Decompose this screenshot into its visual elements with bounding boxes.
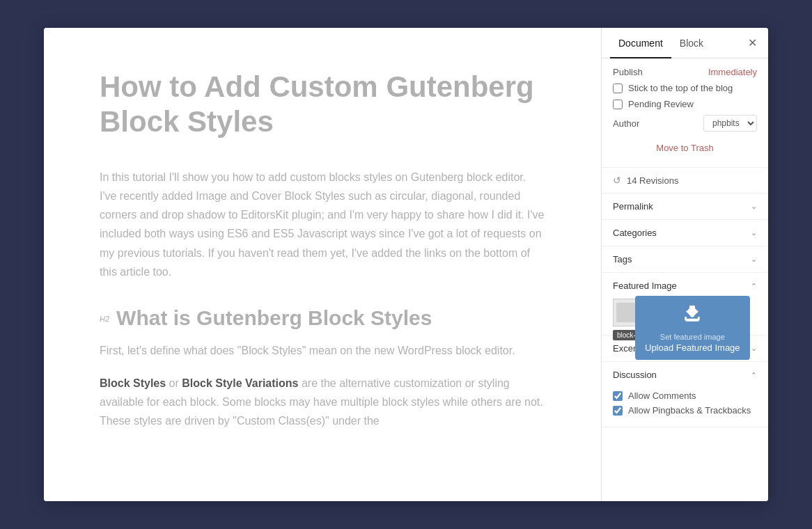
editor-main: How to Add Custom Gutenberg Block Styles… [44, 28, 601, 501]
h2-block: H2 What is Gutenberg Block Styles [100, 306, 545, 330]
discussion-body: Allow Comments Allow Pingbacks & Trackba… [602, 388, 768, 427]
bold-block-style-variations: Block Style Variations [182, 377, 298, 389]
publish-row: Publish Immediately [613, 67, 757, 77]
permalink-section: Permalink ⌄ [602, 194, 768, 220]
editor-sidebar: Document Block ✕ Publish Immediately Sti… [601, 28, 768, 501]
discussion-section: Discussion ⌄ Allow Comments Allow Pingba… [602, 362, 768, 427]
pending-label: Pending Review [628, 99, 694, 109]
allow-comments-row: Allow Comments [613, 390, 757, 401]
permalink-arrow-icon: ⌄ [751, 202, 757, 211]
revisions-label: 14 Revisions [627, 175, 678, 186]
pending-checkbox-row: Pending Review [613, 99, 757, 109]
editor-container: How to Add Custom Gutenberg Block Styles… [44, 28, 768, 501]
sticky-checkbox-row: Stick to the top of the blog [613, 83, 757, 93]
sticky-checkbox[interactable] [613, 84, 623, 93]
tab-block[interactable]: Block [671, 28, 712, 58]
featured-image-title: Featured Image [613, 281, 677, 291]
upload-icon [681, 303, 703, 330]
post-body-2[interactable]: First, let's define what does "Block Sty… [100, 341, 545, 360]
post-body-3[interactable]: Block Styles or Block Style Variations a… [100, 374, 545, 431]
close-icon[interactable]: ✕ [745, 33, 760, 52]
tags-section: Tags ⌄ [602, 246, 768, 273]
featured-image-body: Set featured image Upload Featured Image… [602, 299, 768, 335]
tab-document[interactable]: Document [610, 28, 671, 58]
revisions-row: ↺ 14 Revisions [602, 168, 768, 194]
tags-arrow-icon: ⌄ [751, 255, 757, 264]
featured-image-section: Featured Image ⌄ Set [602, 273, 768, 335]
publish-label: Publish [613, 67, 643, 77]
allow-pingbacks-label: Allow Pingbacks & Trackbacks [628, 405, 751, 416]
pending-checkbox[interactable] [613, 100, 623, 109]
allow-pingbacks-checkbox[interactable] [613, 406, 623, 416]
h2-heading[interactable]: What is Gutenberg Block Styles [116, 306, 432, 330]
allow-comments-label: Allow Comments [628, 390, 696, 401]
post-body-paragraph[interactable]: In this tutorial I'll show you how to ad… [100, 168, 545, 281]
author-select[interactable]: phpbits [703, 115, 757, 132]
publish-value[interactable]: Immediately [708, 67, 757, 77]
author-row: Author phpbits [613, 115, 757, 132]
categories-section: Categories ⌄ [602, 220, 768, 246]
featured-image-arrow-icon: ⌄ [751, 281, 757, 290]
permalink-header[interactable]: Permalink ⌄ [602, 194, 768, 219]
allow-comments-checkbox[interactable] [613, 391, 623, 401]
set-featured-text: Set featured image [660, 333, 725, 341]
post-title[interactable]: How to Add Custom Gutenberg Block Styles [100, 70, 545, 140]
featured-image-overlay[interactable]: Set featured image Upload Featured Image [635, 296, 750, 360]
h2-label: H2 [100, 315, 109, 323]
sticky-label: Stick to the top of the blog [628, 83, 733, 93]
author-label: Author [613, 118, 639, 129]
revisions-icon: ↺ [613, 175, 621, 186]
move-to-trash-button[interactable]: Move to Trash [613, 137, 757, 159]
discussion-header[interactable]: Discussion ⌄ [602, 362, 768, 388]
publish-section: Publish Immediately Stick to the top of … [602, 58, 768, 168]
tags-title: Tags [613, 254, 632, 264]
bold-block-styles: Block Styles [100, 377, 166, 389]
featured-image-header[interactable]: Featured Image ⌄ [602, 273, 768, 299]
sidebar-tabs: Document Block ✕ [602, 28, 768, 58]
excerpt-arrow-icon: ⌄ [751, 344, 757, 353]
discussion-title: Discussion [613, 370, 657, 380]
discussion-arrow-icon: ⌄ [751, 370, 757, 379]
categories-arrow-icon: ⌄ [751, 228, 757, 237]
permalink-title: Permalink [613, 201, 653, 212]
tags-header[interactable]: Tags ⌄ [602, 246, 768, 272]
categories-header[interactable]: Categories ⌄ [602, 220, 768, 246]
categories-title: Categories [613, 228, 657, 238]
allow-pingbacks-row: Allow Pingbacks & Trackbacks [613, 405, 757, 416]
upload-featured-text: Upload Featured Image [645, 342, 740, 353]
